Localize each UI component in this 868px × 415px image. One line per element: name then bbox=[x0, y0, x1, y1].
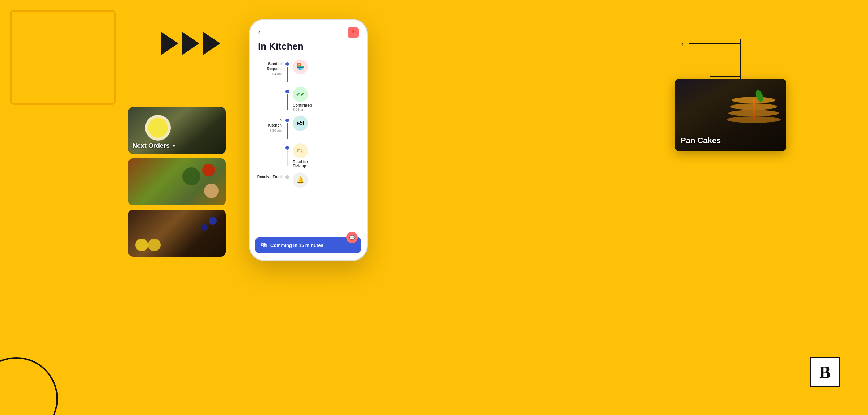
timeline-container: SendedRequest 8:24 am 🏪 bbox=[250, 57, 367, 234]
back-button[interactable]: ‹ bbox=[258, 28, 261, 37]
receive-food-label: Receive Food bbox=[256, 175, 282, 180]
next-orders-text: Next Orders bbox=[132, 142, 170, 150]
timeline-dot-4 bbox=[285, 146, 289, 150]
timeline-left-4-spacer bbox=[256, 145, 282, 150]
timeline-item-3: InKitchen 8:30 am 🍽 bbox=[256, 115, 361, 139]
icon-circle-2: ✔✔ bbox=[293, 87, 308, 102]
arrow-3 bbox=[203, 32, 220, 55]
timeline-right-1: 🏪 bbox=[289, 59, 308, 74]
timeline-right-4: 🛍 Read forPick up bbox=[289, 142, 308, 168]
salad-green bbox=[182, 167, 200, 185]
banner-icon: 🛍 bbox=[261, 242, 267, 248]
page-title: In Kitchen bbox=[258, 41, 359, 52]
arrow-line-bottom bbox=[710, 76, 741, 77]
dropdown-chevron: ▼ bbox=[172, 144, 176, 149]
arrow-left-head: ← bbox=[679, 39, 689, 48]
food-cards-container: Next Orders ▼ bbox=[128, 107, 226, 257]
sended-request-label: SendedRequest bbox=[256, 61, 282, 71]
blueberry-2 bbox=[201, 224, 208, 231]
blueberry bbox=[209, 217, 217, 225]
pancakes-card[interactable]: Pan Cakes bbox=[675, 79, 786, 151]
timeline-left-1: SendedRequest 8:24 am bbox=[256, 59, 285, 76]
sended-request-time: 8:24 am bbox=[256, 72, 282, 76]
timeline-left-4 bbox=[256, 142, 285, 150]
timeline-line-3 bbox=[287, 123, 288, 139]
syrup bbox=[753, 99, 755, 120]
timeline-left-2-spacer bbox=[256, 89, 282, 94]
arrow-diagram-container: ← bbox=[679, 39, 741, 48]
timeline-line-4 bbox=[287, 150, 288, 166]
location-icon-btn[interactable]: 📍 bbox=[348, 27, 359, 38]
timeline-dot-5 bbox=[285, 175, 289, 179]
phone-header: ‹ 📍 bbox=[250, 20, 367, 40]
pancakes-section: Pan Cakes bbox=[675, 79, 786, 151]
timeline-dot-1 bbox=[285, 62, 289, 66]
timeline-item-4: 🛍 Read forPick up bbox=[256, 142, 361, 168]
banner-text: Comming in 15 minutes bbox=[270, 243, 323, 248]
food-card-pastry[interactable] bbox=[128, 210, 226, 257]
timeline-right-2: ✔✔ Confirmed 8:26 am bbox=[289, 86, 312, 111]
timeline-connector-2 bbox=[285, 86, 289, 110]
icon-circle-5: 🔔 bbox=[293, 172, 308, 188]
banana-slice-1 bbox=[135, 239, 148, 251]
timeline-connector-4 bbox=[285, 142, 289, 166]
banana-slice-2 bbox=[148, 239, 161, 251]
arrow-1 bbox=[161, 32, 178, 55]
timeline-dot-3 bbox=[285, 119, 289, 122]
timeline-dot-2 bbox=[285, 90, 289, 93]
icon-circle-4: 🛍 bbox=[293, 143, 308, 158]
timeline-connector-1 bbox=[285, 59, 289, 82]
timeline-connector-5 bbox=[285, 172, 289, 179]
coming-soon-banner[interactable]: 💬 🛍 Comming in 15 minutes bbox=[255, 237, 361, 253]
timeline-left-3: InKitchen 8:30 am bbox=[256, 115, 285, 132]
icon-circle-1: 🏪 bbox=[293, 59, 308, 74]
chat-fab[interactable]: 💬 bbox=[346, 232, 358, 243]
b-letter: B bbox=[819, 362, 831, 382]
timeline-connector-3 bbox=[285, 115, 289, 139]
b-logo-container: B bbox=[810, 357, 840, 387]
pickup-label: Read forPick up bbox=[293, 159, 308, 168]
arrow-vertical-right bbox=[740, 39, 741, 80]
salad-tomato bbox=[202, 164, 215, 176]
confirmed-label: Confirmed bbox=[293, 103, 312, 107]
food-card-salad[interactable] bbox=[128, 158, 226, 205]
in-kitchen-time: 8:30 am bbox=[256, 128, 282, 132]
phone-mockup: ‹ 📍 In Kitchen SendedRequest 8:24 am 🏪 bbox=[249, 19, 368, 261]
timeline-item-1: SendedRequest 8:24 am 🏪 bbox=[256, 59, 361, 82]
timeline-item-5: Receive Food 🔔 bbox=[256, 172, 361, 188]
fast-forward-arrows bbox=[161, 32, 220, 55]
food-card-1-label: Next Orders ▼ bbox=[132, 142, 176, 150]
arrow-line-top bbox=[689, 43, 741, 44]
salad-chickpea bbox=[204, 184, 219, 198]
timeline-left-2 bbox=[256, 86, 285, 94]
arrow-2 bbox=[182, 32, 199, 55]
arrow-horizontal-top: ← bbox=[679, 39, 741, 48]
timeline-right-5: 🔔 bbox=[289, 172, 308, 188]
phone-title-area: In Kitchen bbox=[250, 40, 367, 57]
icon-circle-3: 🍽 bbox=[293, 116, 308, 131]
timeline-line-2 bbox=[287, 94, 288, 110]
food-card-next-orders[interactable]: Next Orders ▼ bbox=[128, 107, 226, 154]
phone-bottom-area: 💬 🛍 Comming in 15 minutes bbox=[250, 234, 367, 260]
timeline-line-1 bbox=[287, 67, 288, 82]
in-kitchen-label: InKitchen bbox=[256, 118, 282, 128]
timeline-right-3: 🍽 bbox=[289, 115, 308, 131]
timeline-item-2: ✔✔ Confirmed 8:26 am bbox=[256, 86, 361, 111]
b-logo: B bbox=[810, 357, 840, 387]
decorative-corner-rect bbox=[10, 10, 116, 105]
confirmed-time: 8:26 am bbox=[293, 107, 312, 111]
egg-yolk bbox=[148, 118, 168, 138]
timeline-left-5: Receive Food bbox=[256, 172, 285, 180]
phone-frame: ‹ 📍 In Kitchen SendedRequest 8:24 am 🏪 bbox=[249, 19, 368, 261]
pancakes-label: Pan Cakes bbox=[681, 136, 721, 145]
